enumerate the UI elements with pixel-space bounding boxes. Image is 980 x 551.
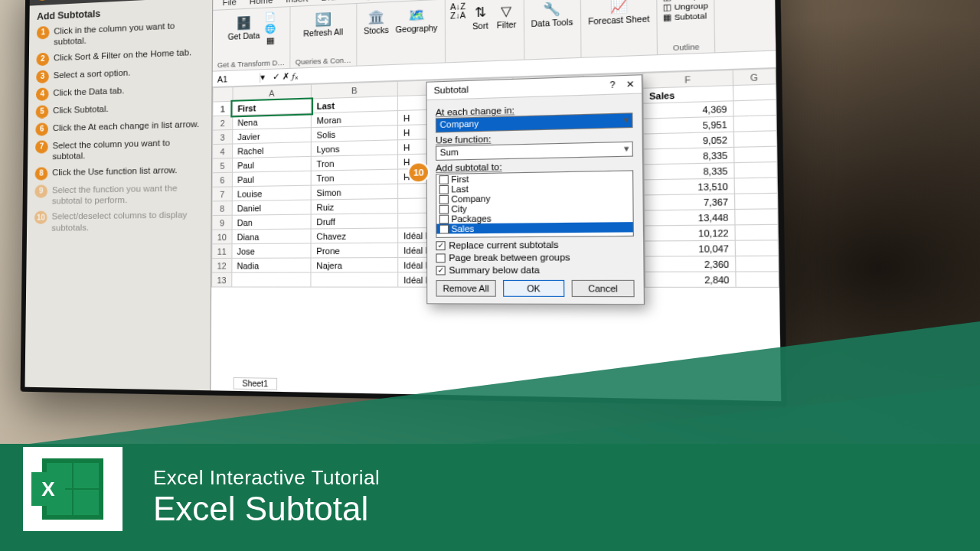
chk-replace[interactable] (436, 241, 445, 250)
cell[interactable] (735, 272, 779, 288)
cell[interactable] (733, 146, 777, 162)
step-7: Select the column you want to subtotal. (52, 136, 203, 162)
cell[interactable]: Louise (232, 185, 312, 201)
monitor-frame: G Outline and Subtotal Add Subtotals 1Cl… (21, 0, 787, 406)
ungroup-button[interactable]: ◫ Ungroup (663, 1, 708, 12)
cell[interactable]: Nadia (232, 258, 312, 272)
cell[interactable] (735, 224, 779, 240)
cell[interactable]: Druff (311, 214, 397, 229)
cell[interactable]: Ruiz (311, 198, 397, 214)
cell[interactable] (734, 193, 778, 209)
cell[interactable]: 2,360 (645, 256, 735, 272)
cell[interactable] (733, 131, 777, 148)
cell[interactable] (311, 272, 398, 287)
cell[interactable]: Daniel (232, 200, 312, 215)
cell[interactable] (231, 272, 311, 287)
ok-button[interactable]: OK (503, 280, 564, 297)
excel-window: AutoSave 💾 ↶ Book - Excel Kayla Claypool… (211, 0, 781, 401)
cell[interactable]: 10 (212, 230, 232, 244)
cell[interactable] (733, 115, 777, 132)
from-web-icon[interactable]: 🌐 (265, 23, 276, 34)
subtotal-button[interactable]: ▦ Subtotal (663, 11, 707, 22)
group-outline: Outline (673, 42, 700, 52)
from-table-icon[interactable]: ▦ (265, 34, 276, 46)
cell[interactable]: 8,335 (644, 163, 734, 180)
cell[interactable]: 3 (213, 129, 233, 144)
label-replace: Replace current subtotals (449, 240, 558, 250)
worksheet-grid[interactable]: A B C D E F G 1 First Last ges Sa (211, 68, 781, 401)
cell[interactable]: Tron (311, 169, 397, 185)
step-3: Select a sort option. (54, 67, 131, 83)
cell[interactable]: 2 (213, 116, 233, 130)
sort-az-icon[interactable]: A↓Z (450, 2, 466, 12)
cell[interactable]: 8,335 (644, 147, 734, 165)
remove-all-button[interactable]: Remove All (436, 280, 495, 297)
cell[interactable]: 10,047 (645, 240, 735, 256)
cell[interactable]: Javier (232, 128, 311, 144)
cell[interactable]: Paul (232, 171, 311, 187)
chk-pagebreak[interactable] (436, 253, 445, 262)
cell[interactable]: 5 (212, 158, 232, 173)
filter-button[interactable]: ▽Filter (495, 0, 518, 31)
group-queries: Queries & Con… (296, 55, 351, 66)
cell[interactable]: 7 (212, 187, 232, 201)
geography-button[interactable]: 🗺️Geography (394, 3, 439, 36)
cell[interactable]: Dan (232, 214, 312, 230)
tutorial-sidebar: G Outline and Subtotal Add Subtotals 1Cl… (25, 0, 214, 390)
cell[interactable]: 13,448 (645, 210, 735, 226)
cell[interactable]: Jose (232, 243, 312, 258)
cell[interactable]: 10,122 (645, 225, 735, 241)
cell[interactable] (734, 162, 778, 178)
cell[interactable]: Chavez (311, 228, 397, 243)
cell[interactable]: 11 (212, 244, 232, 259)
cell[interactable]: 9,052 (644, 132, 733, 149)
cell[interactable]: Paul (232, 156, 311, 172)
step-10: Select/deselect columns to display subto… (51, 209, 203, 233)
cell[interactable]: 5,951 (644, 116, 733, 134)
cell[interactable] (735, 240, 779, 256)
cell[interactable]: 7,367 (645, 194, 735, 210)
name-box[interactable]: A1 (213, 73, 261, 84)
cancel-button[interactable]: Cancel (572, 280, 635, 297)
cell[interactable]: 12 (212, 258, 232, 272)
tab-file[interactable]: File (216, 0, 243, 10)
step-9: Select the function you want the subtota… (52, 181, 204, 206)
sort-za-icon[interactable]: Z↓A (450, 11, 466, 21)
cell[interactable]: 4 (213, 144, 233, 158)
chk-summary[interactable] (436, 266, 445, 275)
sort-button[interactable]: ⇅Sort (469, 1, 492, 33)
cell[interactable]: Prone (311, 243, 398, 258)
sheet-tab[interactable]: Sheet1 (234, 377, 277, 390)
cell[interactable]: 8 (212, 201, 232, 216)
cell[interactable]: Najera (311, 258, 398, 273)
step-8: Click the Use function list arrow. (52, 164, 178, 179)
cell[interactable]: 13,510 (644, 178, 734, 195)
stocks-button[interactable]: 🏛️Stocks (362, 5, 390, 37)
cell[interactable]: Diana (232, 229, 312, 244)
refresh-all-button[interactable]: 🔄Refresh All (302, 8, 345, 40)
cell[interactable]: Tron (312, 155, 398, 171)
from-text-icon[interactable]: 📄 (265, 11, 276, 22)
screen: G Outline and Subtotal Add Subtotals 1Cl… (25, 0, 782, 401)
dialog-help-icon[interactable]: ? (609, 80, 615, 90)
label-summary: Summary below data (449, 265, 539, 275)
cell[interactable]: 6 (212, 172, 232, 187)
cell[interactable]: Rachel (232, 142, 311, 158)
cell[interactable]: 2,840 (645, 272, 736, 287)
fx-icon[interactable]: ▾ ✓ ✗ 𝑓ₓ (260, 71, 298, 83)
cell[interactable] (733, 84, 776, 101)
cell[interactable]: Simon (311, 184, 397, 200)
listbox-add-subtotal[interactable]: First Last Company City Packages Sales (436, 170, 634, 238)
cell[interactable]: 13 (212, 272, 232, 287)
dialog-close-icon[interactable]: ✕ (626, 79, 635, 90)
data-tools-button[interactable]: 🔧Data Tools (529, 0, 574, 31)
cell[interactable]: Lyons (312, 140, 398, 157)
col-header[interactable]: G (733, 69, 776, 86)
cell[interactable] (733, 99, 776, 116)
get-data-button[interactable]: 🗄️Get Data (226, 11, 261, 43)
forecast-button[interactable]: 📈Forecast Sheet (586, 0, 652, 28)
cell[interactable] (734, 209, 778, 225)
cell[interactable] (735, 256, 779, 272)
cell[interactable] (734, 178, 778, 194)
cell[interactable]: 9 (212, 215, 232, 230)
